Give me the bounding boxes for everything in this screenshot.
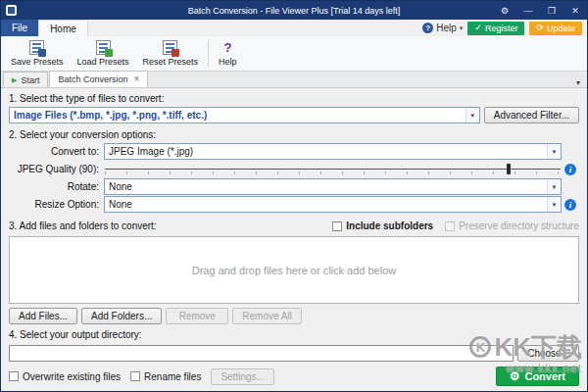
convert-button-label: Convert (524, 370, 565, 382)
help-question-icon: ? (422, 23, 433, 33)
combo-arrow-icon[interactable]: ▼ (547, 144, 561, 159)
app-icon (6, 5, 17, 16)
file-type-row: Image Files (*.bmp, *.jpg, *.png, *.tiff… (9, 107, 579, 123)
jpeg-quality-slider[interactable] (104, 162, 562, 176)
tab-close-icon[interactable]: × (131, 74, 139, 84)
tab-list-caret-icon[interactable]: ▾ (571, 78, 585, 87)
main-content: 1. Select the type of files to convert: … (1, 88, 587, 391)
rotate-value: None (109, 181, 132, 192)
preserve-structure-label: Preserve directory structure (459, 220, 579, 231)
quality-info-icon[interactable]: i (564, 164, 576, 175)
choose-button[interactable]: Choose... (517, 345, 579, 362)
section2-title: 2. Select your conversion options: (9, 129, 579, 140)
drop-zone-hint: Drag and drop files here or click add be… (192, 265, 397, 276)
resize-option-select[interactable]: None ▼ (104, 196, 562, 213)
overwrite-existing-label: Overwrite existing files (23, 371, 121, 382)
rotate-label: Rotate: (9, 181, 104, 192)
rotate-row: Rotate: None ▼ (9, 178, 579, 195)
add-folders-button[interactable]: Add Folders... (81, 308, 162, 324)
help-button[interactable]: ? Help (212, 37, 244, 70)
slider-handle[interactable] (507, 164, 511, 174)
titlebar: Batch Conversion - File Viewer Plus [Tri… (1, 1, 587, 20)
file-drop-zone[interactable]: Drag and drop files here or click add be… (9, 236, 579, 304)
include-subfolders-checkbox[interactable]: Include subfolders (332, 220, 433, 231)
update-button[interactable]: ⟳ Update (529, 22, 582, 35)
file-type-select[interactable]: Image Files (*.bmp, *.jpg, *.png, *.tiff… (9, 107, 480, 123)
combo-arrow-icon[interactable]: ▼ (466, 108, 479, 122)
settings-button: Settings... (211, 368, 273, 385)
convert-button[interactable]: ⚙ Convert (496, 367, 579, 386)
section1-title: 1. Select the type of files to convert: (9, 93, 579, 104)
combo-arrow-icon[interactable]: ▼ (547, 179, 561, 194)
rotate-select[interactable]: None ▼ (104, 178, 562, 195)
reset-presets-label: Reset Presets (143, 57, 199, 67)
tab-batch-conversion-label: Batch Conversion (58, 74, 127, 84)
jpeg-quality-row: JPEG Quality (90): i (9, 161, 579, 177)
load-presets-button[interactable]: Load Presets (71, 37, 136, 70)
rename-files-checkbox[interactable]: Rename files (130, 371, 201, 382)
convert-to-label: Convert to: (9, 146, 104, 157)
resize-option-row: Resize Option: None ▼ i (9, 196, 579, 213)
convert-to-value: JPEG Image (*.jpg) (109, 146, 193, 157)
help-dropdown-label: Help (436, 23, 457, 33)
overwrite-existing-checkbox[interactable]: Overwrite existing files (9, 371, 121, 382)
checkbox-box[interactable] (332, 221, 342, 231)
save-presets-label: Save Presets (11, 57, 64, 67)
ribbon-right-buttons: ? Help ▾ ✓ Register ⟳ Update (422, 20, 587, 36)
settings-gear-icon[interactable]: ⚙ (493, 1, 516, 20)
convert-gear-icon: ⚙ (510, 370, 520, 382)
rename-files-label: Rename files (144, 371, 201, 382)
convert-to-row: Convert to: JPEG Image (*.jpg) ▼ (9, 143, 579, 160)
minimize-button[interactable]: — (516, 1, 540, 20)
checkbox-box (445, 221, 455, 231)
tab-start-label: Start (21, 75, 39, 85)
slider-ticks (105, 172, 561, 174)
close-button[interactable]: ✕ (564, 1, 587, 20)
footer-row: Overwrite existing files Rename files Se… (9, 367, 579, 386)
preserve-structure-checkbox: Preserve directory structure (445, 220, 579, 231)
maximize-button[interactable]: ❐ (540, 1, 564, 20)
ribbon-tabbar: File Home ? Help ▾ ✓ Register ⟳ Update (1, 20, 587, 36)
save-presets-button[interactable]: Save Presets (4, 37, 71, 70)
app-window: Batch Conversion - File Viewer Plus [Tri… (0, 0, 588, 392)
checkbox-box[interactable] (130, 371, 140, 381)
reset-presets-button[interactable]: Reset Presets (136, 37, 206, 70)
tab-start[interactable]: ▶ Start (3, 72, 48, 87)
update-button-label: Update (547, 24, 575, 33)
resize-option-label: Resize Option: (9, 199, 104, 210)
advanced-filter-button[interactable]: Advanced Filter... (484, 107, 579, 123)
register-button[interactable]: ✓ Register (467, 22, 524, 35)
output-directory-input[interactable] (9, 345, 514, 362)
resize-info-icon[interactable]: i (564, 199, 576, 211)
remove-button: Remove (166, 308, 228, 324)
load-presets-icon (96, 40, 111, 55)
combo-arrow-icon[interactable]: ▼ (547, 197, 561, 212)
tab-batch-conversion[interactable]: Batch Conversion × (49, 71, 148, 87)
include-subfolders-label: Include subfolders (346, 220, 433, 231)
jpeg-quality-label: JPEG Quality (90): (9, 164, 104, 174)
section3-title: 3. Add files and folders to convert: (9, 220, 157, 231)
toolbar-separator (208, 40, 209, 67)
resize-option-value: None (109, 199, 132, 210)
help-dropdown[interactable]: ? Help ▾ (422, 23, 463, 33)
section3-header: 3. Add files and folders to convert: Inc… (9, 219, 579, 233)
document-tabstrip: ▶ Start Batch Conversion × ▾ (1, 72, 587, 88)
help-button-label: Help (219, 57, 237, 67)
reset-presets-icon (163, 40, 177, 55)
load-presets-label: Load Presets (77, 57, 129, 67)
remove-all-button: Remove All (232, 308, 302, 324)
refresh-icon: ⟳ (536, 24, 544, 32)
tab-file[interactable]: File (1, 20, 38, 36)
section4-title: 4. Select your output directory: (9, 329, 579, 340)
start-play-icon: ▶ (12, 76, 17, 84)
file-buttons-row: Add Files... Add Folders... Remove Remov… (9, 308, 579, 324)
check-icon: ✓ (474, 24, 482, 32)
help-icon: ? (223, 41, 231, 55)
checkbox-box[interactable] (9, 371, 19, 381)
register-button-label: Register (485, 24, 518, 33)
file-type-value: Image Files (*.bmp, *.jpg, *.png, *.tiff… (14, 110, 207, 121)
add-files-button[interactable]: Add Files... (9, 308, 77, 324)
tab-home[interactable]: Home (38, 20, 88, 36)
convert-to-select[interactable]: JPEG Image (*.jpg) ▼ (104, 143, 562, 160)
slider-track[interactable] (105, 169, 561, 170)
